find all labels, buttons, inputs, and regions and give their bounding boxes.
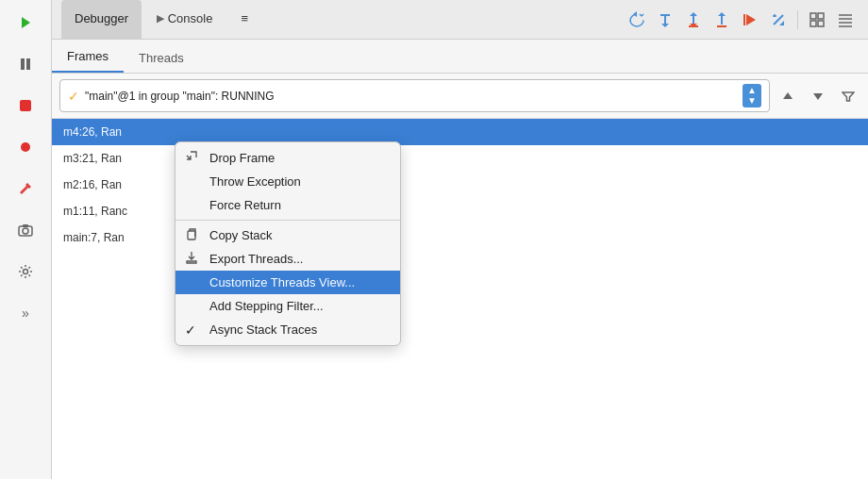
- tab-frames[interactable]: Frames: [52, 43, 124, 73]
- console-tab-label: Console: [168, 11, 213, 25]
- toolbar-step-out-btn[interactable]: [709, 7, 735, 33]
- menu-item-throw-exception-label: Throw Exception: [209, 174, 301, 189]
- thread-filter-btn[interactable]: [836, 84, 860, 108]
- sidebar-icon-stop[interactable]: [10, 91, 41, 121]
- menu-item-drop-frame-label: Drop Frame: [209, 151, 275, 165]
- thread-selector: ✓ "main"@1 in group "main": RUNNING ▲ ▼: [52, 74, 868, 119]
- sidebar-icon-settings[interactable]: [10, 256, 41, 287]
- svg-marker-23: [813, 93, 823, 100]
- sidebar-icon-more[interactable]: »: [10, 298, 41, 328]
- menu-item-force-return[interactable]: Force Return: [175, 193, 400, 217]
- menu-btn[interactable]: ≡: [227, 0, 261, 39]
- svg-rect-17: [818, 21, 824, 26]
- svg-rect-24: [188, 231, 195, 240]
- tabs-row: Frames Threads: [52, 40, 868, 74]
- sidebar-icon-pause[interactable]: [10, 49, 41, 79]
- export-threads-icon: [185, 251, 198, 267]
- async-stack-check-icon: ✓: [185, 322, 196, 338]
- menu-item-async-stack-traces-label: Async Stack Traces: [209, 322, 317, 337]
- debugger-tab[interactable]: Debugger: [61, 0, 142, 39]
- svg-marker-0: [22, 17, 30, 28]
- svg-point-4: [21, 142, 30, 152]
- drop-frame-icon: [185, 150, 198, 166]
- menu-item-throw-exception[interactable]: Throw Exception: [175, 170, 400, 193]
- frame-item-0[interactable]: m4:26, Ran: [52, 119, 868, 145]
- toolbar-restart-btn[interactable]: [624, 7, 650, 33]
- toolbar-rerun-btn[interactable]: [737, 7, 763, 33]
- menu-separator-1: [175, 220, 400, 221]
- toolbar-grid1-btn[interactable]: [804, 7, 830, 33]
- toolbar-step-over2-btn[interactable]: [765, 7, 792, 33]
- sidebar: »: [0, 0, 52, 479]
- svg-marker-10: [690, 12, 697, 16]
- svg-point-8: [24, 270, 28, 274]
- toolbar-separator: [797, 10, 798, 29]
- svg-rect-15: [818, 13, 824, 19]
- menu-item-force-return-label: Force Return: [209, 198, 281, 212]
- menu-item-copy-stack[interactable]: Copy Stack: [175, 223, 400, 247]
- menu-icon: ≡: [241, 11, 248, 25]
- main-panel: Debugger ▶ Console ≡: [52, 0, 868, 479]
- main-container: » Debugger ▶ Console ≡: [0, 0, 868, 479]
- menu-item-export-threads[interactable]: Export Threads...: [175, 247, 400, 271]
- thread-dropdown[interactable]: ✓ "main"@1 in group "main": RUNNING ▲ ▼: [59, 79, 770, 112]
- svg-rect-7: [23, 224, 28, 227]
- toolbar-step-into-btn[interactable]: [680, 7, 707, 33]
- top-bar: Debugger ▶ Console ≡: [52, 0, 868, 40]
- sidebar-icon-record[interactable]: [10, 132, 41, 162]
- svg-rect-16: [810, 21, 816, 26]
- sidebar-icon-play[interactable]: [10, 8, 41, 38]
- menu-item-add-stepping-filter-label: Add Stepping Filter...: [209, 299, 324, 313]
- menu-item-copy-stack-label: Copy Stack: [209, 228, 272, 242]
- menu-item-drop-frame[interactable]: Drop Frame: [175, 146, 400, 170]
- sidebar-icon-camera[interactable]: [10, 215, 41, 245]
- sidebar-icon-edit[interactable]: [10, 173, 41, 204]
- svg-marker-22: [783, 92, 793, 99]
- svg-rect-2: [26, 58, 30, 70]
- svg-rect-1: [21, 58, 25, 70]
- menu-item-customize-threads-label: Customize Threads View...: [209, 275, 355, 289]
- svg-marker-9: [661, 24, 669, 27]
- svg-marker-12: [718, 12, 726, 16]
- context-menu: Drop Frame Throw Exception Force Return: [175, 141, 401, 346]
- thread-label: "main"@1 in group "main": RUNNING: [85, 90, 737, 103]
- menu-item-async-stack-traces[interactable]: ✓ Async Stack Traces: [175, 318, 400, 341]
- tab-threads[interactable]: Threads: [124, 45, 199, 73]
- frames-list: m4:26, Ran m3:21, Ran m2:16, Ran m1:11, …: [52, 119, 868, 479]
- thread-up-btn[interactable]: [776, 84, 800, 108]
- svg-rect-3: [20, 100, 31, 111]
- thread-down-btn[interactable]: [806, 84, 830, 108]
- svg-point-6: [23, 228, 28, 234]
- thread-check-icon: ✓: [68, 89, 79, 104]
- menu-item-customize-threads[interactable]: Customize Threads View...: [175, 271, 400, 294]
- console-tab[interactable]: ▶ Console: [143, 0, 225, 39]
- menu-item-export-threads-label: Export Threads...: [209, 252, 303, 266]
- toolbar-grid2-btn[interactable]: [832, 7, 859, 33]
- console-tab-icon: ▶: [157, 12, 164, 25]
- toolbar-step-over-btn[interactable]: [652, 7, 678, 33]
- dropdown-arrows[interactable]: ▲ ▼: [743, 84, 761, 107]
- svg-rect-14: [810, 13, 816, 19]
- menu-item-add-stepping-filter[interactable]: Add Stepping Filter...: [175, 294, 400, 318]
- copy-stack-icon: [185, 227, 198, 243]
- svg-marker-13: [779, 21, 784, 25]
